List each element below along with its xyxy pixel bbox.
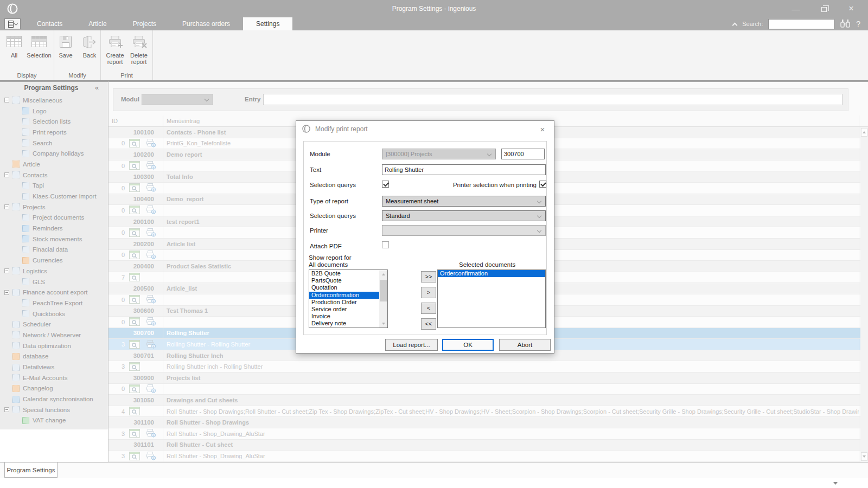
printer-selection-checkbox[interactable] — [539, 181, 546, 188]
text-input[interactable] — [382, 164, 546, 175]
document-option[interactable]: PartsQuote — [309, 277, 379, 284]
tab-projects[interactable]: Projects — [120, 17, 169, 30]
tree-item[interactable]: Stock movements — [0, 234, 108, 245]
document-option[interactable]: B2B Quote — [309, 270, 379, 277]
help-icon[interactable]: ? — [856, 20, 860, 28]
tree-item[interactable]: Changelog — [0, 383, 108, 394]
tab-contacts[interactable]: Contacts — [24, 17, 75, 30]
tree-item[interactable]: Tapi — [0, 181, 108, 191]
modul-dropdown[interactable] — [142, 94, 213, 105]
tree-expander-icon[interactable] — [4, 204, 9, 209]
overflow-down-icon[interactable] — [833, 482, 838, 485]
document-option[interactable]: Quotation — [309, 284, 379, 291]
tree-item[interactable]: Calendar synchronisation — [0, 394, 108, 404]
move-all-right-button[interactable]: >> — [421, 271, 436, 282]
collapse-sidebar-icon[interactable]: « — [95, 84, 108, 92]
selection-querys-dropdown[interactable]: Standard — [382, 210, 546, 221]
ok-button[interactable]: OK — [442, 339, 494, 351]
tree-item[interactable]: Data optimization — [0, 341, 108, 351]
report-group-row[interactable]: 301100Roll Shutter - Shop Drawings — [108, 417, 868, 428]
preview-icon[interactable] — [129, 317, 141, 326]
scroll-up-icon[interactable] — [861, 128, 867, 137]
report-detail-row[interactable]: 3Rolling Shutter inch - Rolling Shutter — [108, 361, 868, 373]
delete-report-button[interactable]: Delete report — [126, 34, 152, 65]
preview-icon[interactable] — [129, 183, 141, 192]
move-left-button[interactable]: < — [421, 303, 436, 314]
document-option[interactable]: Orderconfirmation — [438, 270, 545, 277]
document-option[interactable]: Production Order — [309, 299, 379, 306]
report-group-row[interactable]: 301050Drawings and Cut sheets — [108, 395, 868, 406]
printer-info-icon[interactable]: i — [145, 206, 157, 215]
scroll-down-icon[interactable] — [379, 319, 387, 328]
tree-item[interactable]: Logistics — [0, 266, 108, 277]
tree-item[interactable]: database — [0, 351, 108, 362]
report-detail-row[interactable]: 4Roll Shutter - Shop Drawings;Roll Shutt… — [108, 406, 868, 418]
tree-item[interactable]: Miscellaneous — [0, 95, 108, 106]
tree-item[interactable]: Project documents — [0, 213, 108, 223]
tree-item[interactable]: Network / Webserver — [0, 330, 108, 341]
abort-button[interactable]: Abort — [499, 339, 551, 351]
document-option[interactable]: Service order — [309, 306, 379, 313]
printer-info-icon[interactable]: i — [145, 452, 157, 461]
move-all-left-button[interactable]: << — [421, 318, 436, 330]
preview-icon[interactable] — [129, 429, 141, 438]
grid-vertical-scrollbar[interactable] — [860, 127, 868, 462]
report-detail-row[interactable]: 3iRoll Shutter - Shop_Drawing_AluStar — [108, 428, 868, 440]
preview-icon[interactable] — [129, 295, 141, 304]
tree-expander-icon[interactable] — [4, 98, 9, 102]
tree-item[interactable]: Currencies — [0, 255, 108, 266]
entry-input[interactable] — [263, 94, 843, 105]
app-menu-button[interactable] — [4, 18, 21, 29]
load-report-button[interactable]: Load report... — [385, 339, 438, 351]
tree-item[interactable]: Quickbooks — [0, 309, 108, 319]
preview-icon[interactable] — [129, 139, 141, 148]
tree-item[interactable]: VAT change — [0, 415, 108, 426]
printer-info-icon[interactable]: i — [145, 317, 157, 326]
module-dropdown[interactable]: [300000] Projects — [382, 149, 496, 159]
tab-settings[interactable]: Settings — [243, 17, 292, 30]
module-id-input[interactable] — [501, 149, 545, 159]
bottom-tab-program-settings[interactable]: Program Settings — [4, 463, 58, 478]
tree-expander-icon[interactable] — [4, 290, 9, 295]
binoculars-icon[interactable] — [840, 18, 851, 29]
attach-pdf-checkbox[interactable] — [382, 241, 389, 248]
preview-icon[interactable] — [129, 452, 141, 461]
tree-item[interactable]: Finacial data — [0, 245, 108, 255]
printer-dropdown[interactable] — [382, 225, 546, 236]
tree-item[interactable]: Article — [0, 159, 108, 170]
tab-purchase-orders[interactable]: Purchase orders — [169, 17, 243, 30]
listbox-scrollbar[interactable] — [379, 270, 387, 328]
all-documents-listbox[interactable]: B2B QuotePartsQuoteQuotationOrderconfirm… — [309, 269, 388, 328]
tree-expander-icon[interactable] — [4, 172, 9, 177]
tree-item[interactable]: GLS — [0, 277, 108, 287]
printer-info-icon[interactable]: i — [145, 161, 157, 170]
selected-documents-listbox[interactable]: Orderconfirmation — [437, 269, 546, 328]
tree-item[interactable]: Logo — [0, 106, 108, 117]
type-of-report-dropdown[interactable]: Measurement sheet — [382, 196, 546, 207]
preview-icon[interactable] — [129, 251, 141, 260]
preview-icon[interactable] — [129, 407, 141, 416]
close-button[interactable]: × — [839, 0, 864, 17]
report-group-row[interactable]: 301101Roll Shutter - Cut sheet — [108, 440, 868, 451]
tree-item[interactable]: E-Mail Accounts — [0, 373, 108, 383]
preview-icon[interactable] — [129, 362, 141, 371]
scroll-down-icon[interactable] — [861, 452, 867, 461]
tree-item[interactable]: Finance account export — [0, 287, 108, 298]
tree-item[interactable]: Contacts — [0, 170, 108, 181]
restore-button[interactable] — [812, 0, 837, 17]
printer-info-icon[interactable]: i — [145, 295, 157, 304]
selection-querys-checkbox[interactable] — [382, 181, 389, 188]
scroll-up-icon[interactable] — [379, 270, 387, 278]
printer-info-icon[interactable]: i — [145, 340, 157, 349]
tree-item[interactable]: Print reports — [0, 127, 108, 138]
tree-item[interactable]: Special functions — [0, 404, 108, 415]
printer-info-icon[interactable]: i — [145, 183, 157, 192]
tree-expander-icon[interactable] — [4, 268, 9, 273]
tree-item[interactable]: Klaes-Customer import — [0, 191, 108, 202]
tree-item[interactable]: Projects — [0, 202, 108, 213]
report-group-row[interactable]: 300900Projects list — [108, 373, 868, 384]
preview-icon[interactable] — [129, 206, 141, 215]
report-detail-row[interactable]: 0i — [108, 384, 868, 395]
selection-button[interactable]: Selection — [26, 34, 52, 59]
all-button[interactable]: All — [1, 34, 27, 59]
